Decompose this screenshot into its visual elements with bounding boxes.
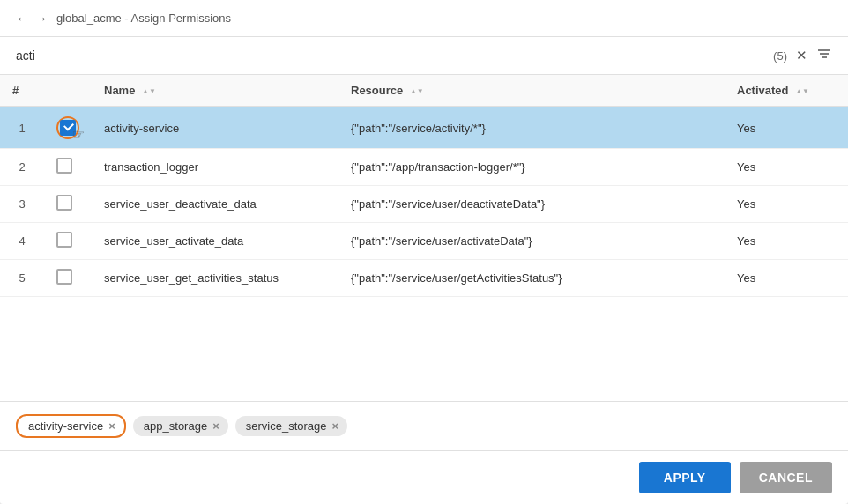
row-resource: {"path":"/service/user/getActivitiesStat… [338, 260, 725, 297]
row-name: transaction_logger [92, 149, 338, 186]
row-checkbox-cell[interactable] [44, 223, 92, 260]
row-resource: {"path":"/service/user/activateData"} [338, 223, 725, 260]
activated-sort-icon[interactable]: ▲▼ [795, 88, 809, 95]
row-num: 4 [0, 223, 44, 260]
row-name: activity-service [92, 107, 338, 149]
table-header-row: # Name ▲▼ Resource ▲▼ Activated ▲▼ [0, 75, 848, 107]
nav-arrows: ← → [16, 11, 48, 26]
permissions-table: # Name ▲▼ Resource ▲▼ Activated ▲▼ [0, 75, 848, 297]
checkbox-inner: ☞ [60, 120, 76, 136]
table-container: # Name ▲▼ Resource ▲▼ Activated ▲▼ [0, 75, 848, 401]
tag-close-icon[interactable]: × [332, 420, 339, 432]
row-activated: Yes [725, 107, 848, 149]
row-activated: Yes [725, 149, 848, 186]
col-header-resource[interactable]: Resource ▲▼ [338, 75, 725, 107]
row-resource: {"path":"/service/activity/*"} [338, 107, 725, 149]
assign-permissions-modal: ← → global_acme - Assign Permissions (5)… [0, 0, 848, 504]
row-activated: Yes [725, 260, 848, 297]
back-arrow[interactable]: ← [16, 11, 29, 26]
clear-icon[interactable]: ✕ [796, 48, 807, 63]
tags-row: activity-service × app_storage × service… [0, 401, 848, 450]
forward-arrow[interactable]: → [34, 11, 48, 26]
row-resource: {"path":"/service/user/deactivateData"} [338, 186, 725, 223]
tag-item[interactable]: app_storage × [133, 416, 228, 436]
search-bar-row: (5) ✕ [0, 37, 848, 75]
tag-label: activity-service [28, 419, 103, 433]
apply-button[interactable]: APPLY [639, 462, 731, 493]
row-checkbox-cell[interactable]: ☞ [44, 107, 92, 149]
row-activated: Yes [725, 223, 848, 260]
row-name: service_user_activate_data [92, 223, 338, 260]
table-row[interactable]: 1 ☞ activity-service{"path":"/service/ac… [0, 107, 848, 149]
breadcrumb: global_acme - Assign Permissions [56, 11, 231, 25]
tag-label: app_storage [144, 419, 207, 433]
row-resource: {"path":"/app/transaction-logger/*"} [338, 149, 725, 186]
row-num: 5 [0, 260, 44, 297]
row-num: 2 [0, 149, 44, 186]
checkbox-unchecked[interactable] [56, 232, 72, 248]
table-row[interactable]: 3service_user_deactivate_data{"path":"/s… [0, 186, 848, 223]
tag-item[interactable]: service_storage × [235, 416, 347, 436]
tag-close-icon[interactable]: × [108, 420, 115, 432]
modal-header: ← → global_acme - Assign Permissions [0, 0, 848, 37]
filter-icon[interactable] [816, 46, 832, 65]
row-name: service_user_deactivate_data [92, 186, 338, 223]
row-num: 3 [0, 186, 44, 223]
tag-close-icon[interactable]: × [212, 420, 219, 432]
checkbox-unchecked[interactable] [56, 269, 72, 285]
search-count: (5) [773, 49, 787, 63]
footer-row: APPLY CANCEL [0, 450, 848, 504]
table-row[interactable]: 5service_user_get_activities_status{"pat… [0, 260, 848, 297]
cursor-icon: ☞ [72, 126, 85, 143]
row-num: 1 [0, 107, 44, 149]
row-checkbox-cell[interactable] [44, 186, 92, 223]
checkbox-unchecked[interactable] [56, 195, 72, 211]
row-checkbox-cell[interactable] [44, 149, 92, 186]
col-header-activated[interactable]: Activated ▲▼ [725, 75, 848, 107]
row-name: service_user_get_activities_status [92, 260, 338, 297]
col-header-num: # [0, 75, 44, 107]
resource-sort-icon[interactable]: ▲▼ [410, 88, 424, 95]
checkbox-ring: ☞ [56, 116, 79, 139]
tag-item[interactable]: activity-service × [16, 414, 126, 438]
row-activated: Yes [725, 186, 848, 223]
tag-label: service_storage [246, 419, 327, 433]
row-checkbox-cell[interactable] [44, 260, 92, 297]
search-input[interactable] [16, 48, 773, 63]
name-sort-icon[interactable]: ▲▼ [142, 88, 156, 95]
col-header-name[interactable]: Name ▲▼ [92, 75, 338, 107]
table-row[interactable]: 4service_user_activate_data{"path":"/ser… [0, 223, 848, 260]
cancel-button[interactable]: CANCEL [740, 462, 832, 493]
col-header-checkbox [44, 75, 92, 107]
table-row[interactable]: 2transaction_logger{"path":"/app/transac… [0, 149, 848, 186]
checkbox-unchecked[interactable] [56, 158, 72, 174]
